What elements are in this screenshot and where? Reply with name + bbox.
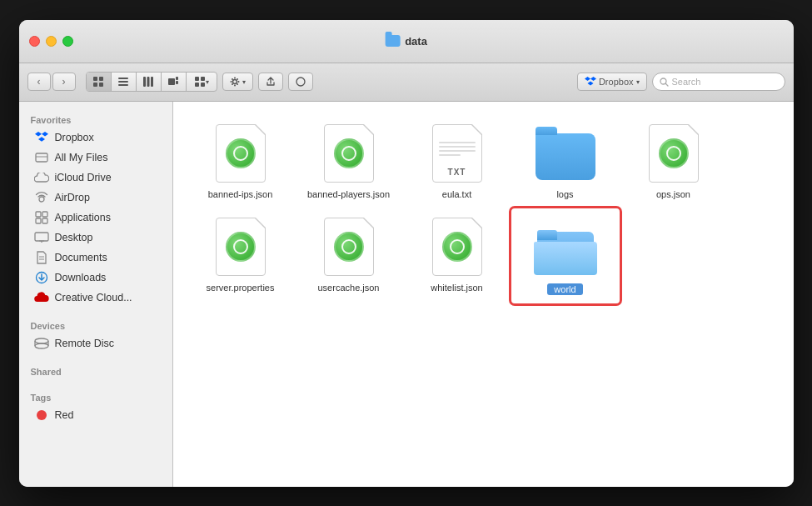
- view-column-button[interactable]: [137, 73, 162, 91]
- favorites-header: Favorites: [19, 108, 172, 128]
- view-list-button[interactable]: [112, 73, 137, 91]
- view-group-button[interactable]: ▾: [187, 73, 217, 91]
- svg-rect-15: [195, 83, 199, 87]
- sidebar-item-all-my-files[interactable]: All My Files: [22, 148, 169, 168]
- svg-rect-10: [168, 78, 175, 85]
- minimize-button[interactable]: [46, 36, 57, 47]
- svg-point-30: [660, 78, 666, 84]
- svg-point-22: [232, 78, 233, 80]
- applications-icon: [34, 210, 49, 225]
- svg-rect-42: [35, 233, 48, 241]
- list-item[interactable]: world: [511, 208, 620, 303]
- svg-point-53: [37, 410, 47, 420]
- view-cover-button[interactable]: [162, 73, 187, 91]
- dropbox-button[interactable]: Dropbox ▾: [577, 73, 647, 91]
- sidebar-label-documents: Documents: [55, 252, 107, 263]
- desktop-icon: [34, 230, 49, 245]
- file-label: banned-ips.json: [208, 188, 273, 200]
- sidebar-item-applications[interactable]: Applications: [22, 208, 169, 228]
- sidebar-item-airdrop[interactable]: AirDrop: [22, 188, 169, 208]
- svg-point-19: [234, 85, 236, 87]
- search-icon: [660, 78, 669, 87]
- folder-front: [534, 242, 597, 275]
- list-item[interactable]: banned-ips.json: [187, 115, 295, 208]
- devices-header: Devices: [19, 314, 172, 333]
- json-badge: [334, 138, 364, 168]
- file-label: ops.json: [656, 188, 690, 200]
- column-view-icon: [142, 76, 154, 88]
- sidebar-item-dropbox[interactable]: Dropbox: [22, 128, 169, 148]
- search-placeholder: Search: [672, 77, 701, 87]
- json-file-icon: [211, 123, 271, 183]
- share-button[interactable]: [258, 73, 283, 91]
- sidebar-label-creative-cloud: Creative Cloud...: [55, 292, 132, 303]
- svg-point-18: [234, 78, 236, 79]
- back-button[interactable]: ‹: [27, 73, 51, 91]
- sidebar-item-documents[interactable]: Documents: [22, 248, 169, 268]
- svg-rect-5: [118, 81, 128, 83]
- sidebar-label-red-tag: Red: [55, 409, 74, 421]
- maximize-button[interactable]: [62, 36, 73, 47]
- sidebar-label-icloud-drive: iCloud Drive: [55, 172, 112, 183]
- svg-point-37: [39, 197, 44, 202]
- tag-icon: [296, 77, 306, 87]
- sidebar-label-all-my-files: All My Files: [55, 152, 108, 163]
- svg-marker-27: [585, 77, 590, 81]
- svg-point-25: [237, 78, 238, 80]
- forward-button[interactable]: ›: [52, 73, 76, 91]
- sidebar-item-desktop[interactable]: Desktop: [22, 228, 169, 248]
- folder-tab: [537, 230, 557, 240]
- search-input[interactable]: Search: [652, 73, 785, 91]
- toolbar: ‹ ›: [19, 63, 794, 102]
- file-label: server.properties: [207, 282, 275, 293]
- sidebar-item-downloads[interactable]: Downloads: [22, 268, 169, 288]
- window-title-text: data: [405, 35, 427, 48]
- svg-point-24: [232, 83, 233, 85]
- sidebar-item-creative-cloud[interactable]: Creative Cloud...: [22, 288, 169, 308]
- svg-point-17: [232, 80, 237, 84]
- svg-marker-28: [590, 77, 596, 81]
- svg-rect-3: [99, 83, 103, 87]
- sidebar-item-icloud-drive[interactable]: iCloud Drive: [22, 168, 169, 188]
- remote-disc-icon: [34, 336, 49, 351]
- icloud-drive-icon: [34, 170, 49, 185]
- view-icon-button[interactable]: [87, 73, 112, 91]
- svg-rect-16: [201, 83, 205, 87]
- main-content: Favorites Dropbox All My Files iCloud Dr…: [19, 102, 794, 487]
- view-buttons: ▾: [86, 72, 217, 92]
- list-item[interactable]: server.properties: [187, 208, 295, 303]
- list-item[interactable]: usercache.json: [295, 208, 403, 303]
- world-name-badge: world: [547, 283, 582, 295]
- titlebar: data: [19, 20, 794, 63]
- svg-point-49: [35, 343, 48, 348]
- list-item[interactable]: banned-players.json: [295, 115, 403, 208]
- list-item[interactable]: whitelist.json: [403, 208, 511, 303]
- file-document-icon: [324, 124, 374, 183]
- sidebar-label-applications: Applications: [55, 212, 111, 223]
- creative-cloud-icon: [34, 290, 49, 305]
- properties-badge: [226, 232, 256, 262]
- close-button[interactable]: [29, 36, 40, 47]
- sidebar-item-remote-disc[interactable]: Remote Disc: [22, 333, 169, 353]
- dropbox-chevron: ▾: [636, 78, 640, 86]
- json-badge: [442, 232, 472, 262]
- list-item[interactable]: logs: [511, 115, 620, 208]
- file-document-icon: [649, 124, 699, 183]
- sidebar-label-desktop: Desktop: [55, 232, 93, 243]
- share-icon: [265, 76, 276, 88]
- svg-rect-4: [118, 78, 128, 79]
- json-badge: [226, 138, 256, 168]
- sidebar-item-red-tag[interactable]: Red: [22, 405, 169, 425]
- file-label: world: [554, 284, 575, 294]
- action-chevron: ▾: [242, 78, 246, 86]
- tag-button[interactable]: [288, 73, 313, 91]
- file-document-icon: [432, 218, 482, 276]
- list-item[interactable]: TXT eula.txt: [403, 115, 511, 208]
- action-button[interactable]: ▾: [222, 73, 253, 91]
- txt-file-icon: TXT: [427, 123, 487, 183]
- content-area: banned-ips.json banned-players.json: [173, 102, 794, 487]
- downloads-icon: [34, 270, 49, 285]
- list-item[interactable]: ops.json: [620, 115, 728, 208]
- folder-icon-container: [536, 123, 595, 183]
- folder-icon: [536, 133, 595, 180]
